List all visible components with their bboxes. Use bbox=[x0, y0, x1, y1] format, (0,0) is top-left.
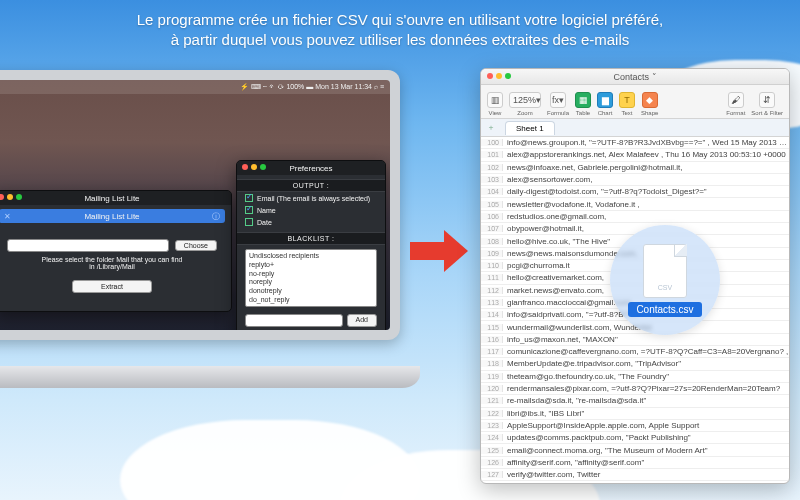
row-number: 112 bbox=[481, 287, 503, 294]
blacklist-add-input[interactable] bbox=[245, 314, 343, 327]
output-option[interactable]: Email (The email is always selected) bbox=[237, 192, 385, 204]
prefs-title: Preferences bbox=[289, 164, 332, 173]
maximize-icon[interactable] bbox=[505, 73, 511, 79]
minimize-icon[interactable] bbox=[496, 73, 502, 79]
sheet-tab-1[interactable]: Sheet 1 bbox=[505, 121, 555, 135]
cell-value[interactable]: re-mailsda@sda.it, "re-mailsda@sda.it" bbox=[503, 396, 789, 405]
row-number: 122 bbox=[481, 410, 503, 417]
table-row[interactable]: 125email@connect.moma.org, "The Museum o… bbox=[481, 444, 789, 456]
spreadsheet-titlebar[interactable]: Contacts ˅ bbox=[481, 69, 789, 85]
toolbar-zoom[interactable]: 125%▾Zoom bbox=[509, 92, 541, 116]
table-row[interactable]: 126affinity@serif.com, "affinity@serif.c… bbox=[481, 457, 789, 469]
checkbox-icon[interactable] bbox=[245, 206, 253, 214]
blacklist-add-button[interactable]: Add bbox=[347, 314, 377, 327]
table-row[interactable]: 102news@infoaxe.net, Gabriele.pergolini@… bbox=[481, 162, 789, 174]
cell-value[interactable]: info@freedesignresources.net, =?UTF-8?Q?… bbox=[503, 482, 789, 483]
extract-button[interactable]: Extract bbox=[72, 280, 152, 293]
table-row[interactable]: 103alex@sensortower.com, bbox=[481, 174, 789, 186]
output-option[interactable]: Name bbox=[237, 204, 385, 216]
toolbar-text[interactable]: TText bbox=[619, 92, 635, 116]
cell-value[interactable]: updates@comms.packtpub.com, "Packt Publi… bbox=[503, 433, 789, 442]
output-option[interactable]: Date bbox=[237, 216, 385, 228]
banner-line-1: Le programme crée un fichier CSV qui s'o… bbox=[30, 10, 770, 30]
toolbar-chart[interactable]: ▆Chart bbox=[597, 92, 613, 116]
blacklist-item[interactable]: noreply bbox=[249, 278, 373, 287]
table-row[interactable]: 128info@freedesignresources.net, =?UTF-8… bbox=[481, 481, 789, 483]
panel-close-icon[interactable]: ✕ bbox=[4, 212, 11, 221]
table-row[interactable]: 120rendermansales@pixar.com, =?utf-8?Q?P… bbox=[481, 383, 789, 395]
table-row[interactable]: 119theteam@go.thefoundry.co.uk, "The Fou… bbox=[481, 371, 789, 383]
info-icon[interactable]: ⓘ bbox=[212, 211, 220, 222]
toolbar-table[interactable]: ▦Table bbox=[575, 92, 591, 116]
maximize-icon[interactable] bbox=[260, 164, 266, 170]
table-row[interactable]: 100info@news.groupon.it, "=?UTF-8?B?R3Jv… bbox=[481, 137, 789, 149]
close-icon[interactable] bbox=[0, 194, 4, 200]
blacklist-item[interactable]: do-not-reply bbox=[249, 305, 373, 308]
mailing-window-titlebar[interactable]: Mailing List Lite bbox=[0, 191, 231, 205]
blacklist-item[interactable]: do_not_reply bbox=[249, 296, 373, 305]
add-sheet-icon[interactable]: ＋ bbox=[481, 122, 501, 133]
toolbar-formula[interactable]: fx▾Formula bbox=[547, 92, 569, 116]
close-icon[interactable] bbox=[487, 73, 493, 79]
cell-value[interactable]: MemberUpdate@e.tripadvisor.com, "TripAdv… bbox=[503, 359, 789, 368]
toolbar-format[interactable]: 🖌Format bbox=[726, 92, 745, 116]
table-row[interactable]: 118MemberUpdate@e.tripadvisor.com, "Trip… bbox=[481, 358, 789, 370]
cell-value[interactable]: daily-digest@todoist.com, "=?utf-8?q?Tod… bbox=[503, 187, 789, 196]
table-row[interactable]: 104daily-digest@todoist.com, "=?utf-8?q?… bbox=[481, 186, 789, 198]
choose-button[interactable]: Choose bbox=[175, 240, 217, 251]
row-number: 121 bbox=[481, 397, 503, 404]
table-row[interactable]: 105newsletter@vodafone.it, Vodafone.it , bbox=[481, 198, 789, 210]
minimize-icon[interactable] bbox=[251, 164, 257, 170]
checkbox-icon[interactable] bbox=[245, 218, 253, 226]
table-row[interactable]: 122libri@ibs.it, "IBS Libri" bbox=[481, 408, 789, 420]
close-icon[interactable] bbox=[242, 164, 248, 170]
cell-value[interactable]: theteam@go.thefoundry.co.uk, "The Foundr… bbox=[503, 372, 789, 381]
table-row[interactable]: 127verify@twitter.com, Twitter bbox=[481, 469, 789, 481]
cell-value[interactable]: email@connect.moma.org, "The Museum of M… bbox=[503, 446, 789, 455]
cell-value[interactable]: news@infoaxe.net, Gabriele.pergolini@hot… bbox=[503, 163, 789, 172]
row-number: 120 bbox=[481, 385, 503, 392]
prefs-titlebar[interactable]: Preferences bbox=[237, 161, 385, 175]
cell-value[interactable]: verify@twitter.com, Twitter bbox=[503, 470, 789, 479]
maximize-icon[interactable] bbox=[16, 194, 22, 200]
cell-value[interactable]: redstudios.one@gmail.com, bbox=[503, 212, 789, 221]
table-row[interactable]: 117comunicazione@caffevergnano.com, =?UT… bbox=[481, 346, 789, 358]
cell-value[interactable]: alex@appstorerankings.net, Alex Malafeev… bbox=[503, 150, 789, 159]
cell-value[interactable]: AppleSupport@InsideApple.apple.com, Appl… bbox=[503, 421, 789, 430]
blacklist-item[interactable]: donotreply bbox=[249, 287, 373, 296]
row-number: 106 bbox=[481, 213, 503, 220]
row-number: 123 bbox=[481, 422, 503, 429]
table-row[interactable]: 121re-mailsda@sda.it, "re-mailsda@sda.it… bbox=[481, 395, 789, 407]
table-row[interactable]: 123AppleSupport@InsideApple.apple.com, A… bbox=[481, 420, 789, 432]
toolbar-shape[interactable]: ◆Shape bbox=[641, 92, 658, 116]
output-option-label: Name bbox=[257, 207, 276, 214]
blacklist-item[interactable]: Undisclosed recipients bbox=[249, 252, 373, 261]
cell-value[interactable]: newsletter@vodafone.it, Vodafone.it , bbox=[503, 200, 789, 209]
table-row[interactable]: 124updates@comms.packtpub.com, "Packt Pu… bbox=[481, 432, 789, 444]
sheet-tab-strip: ＋ Sheet 1 bbox=[481, 119, 789, 137]
toolbar-view[interactable]: ▥View bbox=[487, 92, 503, 116]
cell-value[interactable]: alex@sensortower.com, bbox=[503, 175, 789, 184]
cell-value[interactable]: info_us@maxon.net, "MAXON" bbox=[503, 335, 789, 344]
row-number: 125 bbox=[481, 447, 503, 454]
table-row[interactable]: 106redstudios.one@gmail.com, bbox=[481, 211, 789, 223]
mail-folder-path-input[interactable] bbox=[7, 239, 169, 252]
cell-value[interactable]: libri@ibs.it, "IBS Libri" bbox=[503, 409, 789, 418]
table-row[interactable]: 116info_us@maxon.net, "MAXON" bbox=[481, 334, 789, 346]
blacklist-item[interactable]: no-reply bbox=[249, 270, 373, 279]
spreadsheet-doc-title[interactable]: Contacts ˅ bbox=[613, 72, 656, 82]
row-number: 113 bbox=[481, 299, 503, 306]
cell-value[interactable]: affinity@serif.com, "affinity@serif.com" bbox=[503, 458, 789, 467]
output-option-label: Email (The email is always selected) bbox=[257, 195, 370, 202]
row-number: 115 bbox=[481, 324, 503, 331]
table-row[interactable]: 101alex@appstorerankings.net, Alex Malaf… bbox=[481, 149, 789, 161]
cell-value[interactable]: comunicazione@caffevergnano.com, =?UTF-8… bbox=[503, 347, 789, 356]
row-number: 109 bbox=[481, 250, 503, 257]
cell-value[interactable]: rendermansales@pixar.com, =?utf-8?Q?Pixa… bbox=[503, 384, 789, 393]
blacklist-list[interactable]: Undisclosed recipientsreplyto+no-replyno… bbox=[245, 249, 377, 307]
blacklist-item[interactable]: replyto+ bbox=[249, 261, 373, 270]
checkbox-icon[interactable] bbox=[245, 194, 253, 202]
cell-value[interactable]: info@news.groupon.it, "=?UTF-8?B?R3JvdXB… bbox=[503, 138, 789, 147]
toolbar-sort-filter[interactable]: ⇵Sort & Filter bbox=[751, 92, 783, 116]
minimize-icon[interactable] bbox=[7, 194, 13, 200]
